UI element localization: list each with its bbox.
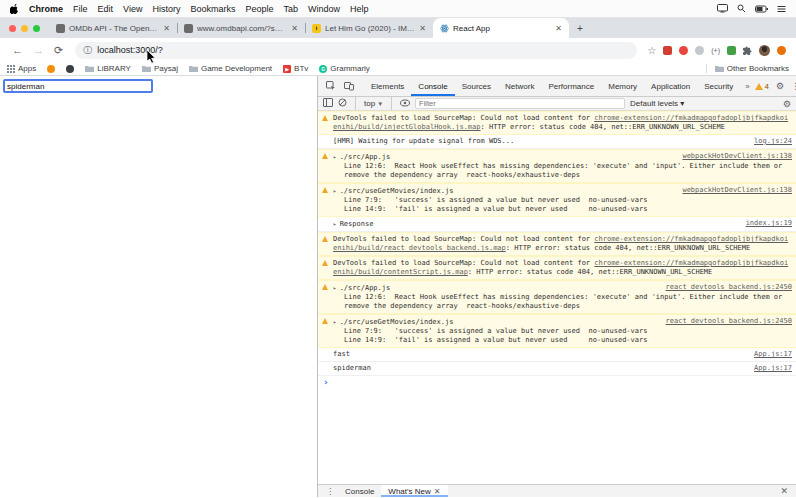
console-message-hmr[interactable]: log.js:24 [HMR] Waiting for update signa… [318,135,796,149]
devtools-menu-icon[interactable]: ⋮ [791,81,796,91]
bookmark-folder-library[interactable]: LiBRARY [85,64,131,73]
console-message-spiderman[interactable]: App.js:17 spiderman [318,362,796,376]
expand-arrow-icon[interactable]: ▸ [333,220,337,227]
console-message-usegetmovies-warning[interactable]: react_devtools_backend.js:2450 ▸./src/us… [318,314,796,348]
bookmark-btv[interactable]: ▶ BTv [283,64,308,73]
devtools-tab[interactable]: Sources [455,76,498,96]
devtools-tab[interactable]: Security [697,76,740,96]
console-messages[interactable]: DevTools failed to load SourceMap: Could… [318,111,796,484]
source-link[interactable]: webpackHotDevClient.js:138 [682,186,792,195]
forward-button[interactable]: → [28,44,49,56]
source-link[interactable]: webpackHotDevClient.js:138 [682,152,792,161]
menu-item-chrome[interactable]: Chrome [29,4,63,14]
menu-item[interactable]: Window [308,4,340,14]
extension-icon-red-circle[interactable] [679,46,688,55]
browser-menu-icon[interactable] [777,46,786,55]
device-toolbar-icon[interactable] [340,81,358,91]
extension-icon-green-mail[interactable] [727,46,736,55]
extensions-puzzle-icon[interactable] [743,41,752,59]
other-bookmarks[interactable]: Other Bookmarks [706,64,789,73]
tab-react-app[interactable]: React App ✕ [433,18,569,38]
profile-avatar[interactable] [759,45,770,56]
menu-item[interactable]: Tab [283,4,298,14]
console-message-sourcemap-warning[interactable]: DevTools failed to load SourceMap: Could… [318,232,796,256]
zoom-window-button[interactable] [33,25,40,32]
extension-icon-gray-face[interactable] [695,46,704,55]
close-window-button[interactable] [9,25,16,32]
movie-search-input[interactable] [3,79,153,93]
menu-item[interactable]: View [123,4,142,14]
address-bar[interactable]: ⓘ localhost:3000/? [75,42,637,59]
bookmark-star-icon[interactable]: ☆ [647,45,656,56]
screen-mirroring-icon[interactable] [717,4,728,13]
console-message-app-warning[interactable]: react_devtools_backend.js:2450 ▸./src/Ap… [318,280,796,314]
devtools-tab[interactable]: Console [411,76,454,96]
tab-imdb[interactable]: i Let Him Go (2020) - IMDb ✕ [305,18,433,38]
source-link[interactable]: log.js:24 [754,137,792,146]
drawer-tab-console[interactable]: Console [338,485,381,497]
console-sidebar-icon[interactable] [323,98,333,109]
notification-center-icon[interactable] [777,5,786,13]
minimize-window-button[interactable] [21,25,28,32]
devtools-tab[interactable]: Application [644,76,697,96]
back-button[interactable]: ← [7,44,28,56]
expand-arrow-icon[interactable]: ▸ [333,318,337,325]
battery-icon[interactable] [755,5,768,13]
apple-menu-icon[interactable] [10,3,19,14]
tab-close-icon[interactable]: ✕ [291,24,298,33]
close-tab-icon[interactable]: ✕ [434,487,441,496]
source-link[interactable]: App.js:17 [754,350,792,359]
extension-icon-parentheses[interactable]: (+) [711,47,720,54]
warnings-badge[interactable]: 4 [755,82,769,91]
site-info-icon[interactable]: ⓘ [83,44,92,57]
console-prompt[interactable]: › [318,376,796,389]
menu-item[interactable]: Edit [98,4,114,14]
bookmark-folder-game-development[interactable]: Game Development [189,64,272,73]
devtools-tab[interactable]: Network [498,76,541,96]
close-drawer-icon[interactable]: ✕ [776,486,792,496]
log-levels-selector[interactable]: Default levels ▾ [630,99,684,108]
expand-arrow-icon[interactable]: ▸ [333,153,337,160]
bookmark-apps[interactable]: Apps [7,64,36,73]
console-filter-input[interactable] [415,98,625,109]
tab-close-icon[interactable]: ✕ [419,24,426,33]
expand-arrow-icon[interactable]: ▸ [333,187,337,194]
menu-item[interactable]: Bookmarks [190,4,235,14]
menu-item[interactable]: History [152,4,180,14]
new-tab-button[interactable]: + [569,23,591,34]
tab-close-icon[interactable]: ✕ [163,24,170,33]
settings-gear-icon[interactable]: ⚙ [776,81,784,91]
console-message-sourcemap-warning[interactable]: DevTools failed to load SourceMap: Could… [318,256,796,280]
spotlight-search-icon[interactable] [737,4,746,13]
live-expression-eye-icon[interactable] [400,99,410,109]
tab-close-icon[interactable]: ✕ [555,24,562,33]
source-link[interactable]: react_devtools_backend.js:2450 [666,283,792,292]
bookmark-grammarly[interactable]: G Grammarly [319,64,370,73]
console-message-sourcemap-warning[interactable]: DevTools failed to load SourceMap: Could… [318,111,796,135]
source-link[interactable]: react_devtools_backend.js:2450 [666,317,792,326]
console-message-fast[interactable]: App.js:17 fast [318,348,796,362]
drawer-tab-whats-new[interactable]: What's New ✕ [381,485,447,497]
console-message-response[interactable]: index.js:19 ▸Response [318,217,796,232]
devtools-tab[interactable]: Elements [364,76,411,96]
tab-omdb-api[interactable]: OMDb API - The Open Movie D ✕ [49,18,177,38]
console-message-usegetmovies-warning[interactable]: webpackHotDevClient.js:138 ▸./src/useGet… [318,183,796,217]
menu-item[interactable]: People [245,4,273,14]
console-settings-gear-icon[interactable]: ⚙ [783,99,791,109]
more-tabs-icon[interactable]: » [740,82,754,91]
devtools-tab[interactable]: Performance [541,76,601,96]
drawer-menu-icon[interactable]: ⋮ [322,487,338,496]
tab-omdbapi-search[interactable]: www.omdbapi.com/?s=deadpo ✕ [177,18,305,38]
expand-arrow-icon[interactable]: ▸ [333,284,337,291]
fire-bookmark-icon[interactable] [47,65,55,73]
extension-icon-red-square[interactable] [663,46,672,55]
source-link[interactable]: index.js:19 [746,219,792,228]
clear-console-icon[interactable] [338,98,347,109]
inspect-element-icon[interactable] [322,81,340,91]
source-link[interactable]: App.js:17 [754,364,792,373]
devtools-tab[interactable]: Memory [601,76,644,96]
context-selector[interactable]: top ▼ [364,99,383,108]
menu-item[interactable]: Help [350,4,369,14]
menu-item[interactable]: File [73,4,88,14]
console-message-app-warning[interactable]: webpackHotDevClient.js:138 ▸./src/App.js… [318,149,796,183]
